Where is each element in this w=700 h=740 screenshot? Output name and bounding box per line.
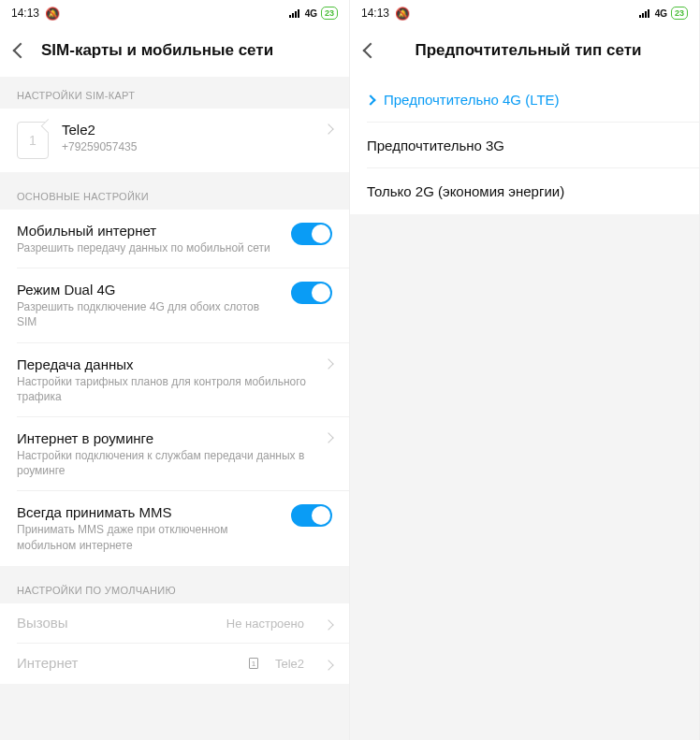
dual-4g-title: Режим Dual 4G — [17, 282, 278, 297]
dual-4g-toggle[interactable] — [291, 282, 332, 304]
network-option-4g[interactable]: Предпочтительно 4G (LTE) — [350, 77, 699, 123]
mobile-data-sub: Разрешить передачу данных по мобильной с… — [17, 240, 278, 255]
data-usage-row[interactable]: Передача данных Настройки тарифных плано… — [0, 343, 349, 417]
mobile-data-title: Мобильный интернет — [17, 223, 278, 239]
back-icon[interactable] — [363, 43, 379, 59]
battery-icon: 23 — [671, 7, 688, 20]
sim-slot-row[interactable]: 1 Tele2 +79259057435 — [0, 109, 349, 172]
page-header: Предпочтительный тип сети — [350, 26, 699, 77]
selected-chevron-icon — [365, 94, 375, 105]
status-time: 14:13 — [361, 7, 389, 20]
chevron-right-icon — [323, 358, 333, 369]
page-title: Предпочтительный тип сети — [391, 41, 684, 60]
default-internet-title: Интернет — [17, 655, 236, 671]
mms-toggle[interactable] — [291, 504, 332, 527]
mms-row[interactable]: Всегда принимать MMS Принимать MMS даже … — [0, 491, 349, 565]
screen-network-type: 14:13 🔕 4G 23 Предпочтительный тип сети … — [350, 0, 700, 740]
back-icon[interactable] — [13, 43, 29, 59]
chevron-right-icon — [323, 620, 333, 631]
network-option-label: Предпочтительно 4G (LTE) — [384, 92, 560, 108]
roaming-sub: Настройки подключения к службам передачи… — [17, 448, 312, 478]
network-option-3g[interactable]: Предпочтительно 3G — [350, 123, 699, 168]
sim-card-icon: 1 — [17, 122, 49, 159]
silent-icon: 🔕 — [395, 7, 410, 21]
chevron-right-icon — [323, 123, 333, 134]
network-option-label: Только 2G (экономия энергии) — [367, 183, 564, 199]
dual-4g-sub: Разрешить подключение 4G для обоих слото… — [17, 299, 278, 329]
sim-chip-icon: 1 — [249, 658, 258, 669]
battery-icon: 23 — [321, 7, 338, 20]
screen-sim-settings: 14:13 🔕 4G 23 SIM-карты и мобильные сети… — [0, 0, 350, 740]
page-header: SIM-карты и мобильные сети — [0, 26, 349, 77]
section-default-settings: НАСТРОЙКИ ПО УМОЛЧАНИЮ — [0, 572, 349, 603]
mms-title: Всегда принимать MMS — [17, 504, 278, 520]
roaming-title: Интернет в роуминге — [17, 430, 312, 446]
sim-slot-number: 1 — [29, 133, 36, 148]
data-usage-title: Передача данных — [17, 356, 312, 372]
settings-scroll[interactable]: НАСТРОЙКИ SIM-КАРТ 1 Tele2 +79259057435 … — [0, 77, 349, 740]
status-bar: 14:13 🔕 4G 23 — [0, 0, 349, 26]
dual-4g-row[interactable]: Режим Dual 4G Разрешить подключение 4G д… — [0, 268, 349, 342]
mms-sub: Принимать MMS даже при отключенном мобил… — [17, 522, 278, 552]
default-calls-row[interactable]: Вызовы Не настроено — [0, 603, 349, 644]
mobile-data-row[interactable]: Мобильный интернет Разрешить передачу да… — [0, 210, 349, 268]
network-option-label: Предпочтительно 3G — [367, 138, 504, 153]
network-option-2g[interactable]: Только 2G (экономия энергии) — [350, 168, 699, 214]
sim-carrier: Tele2 — [62, 122, 312, 138]
page-title: SIM-карты и мобильные сети — [41, 41, 334, 60]
mobile-data-toggle[interactable] — [291, 223, 332, 245]
data-usage-sub: Настройки тарифных планов для контроля м… — [17, 374, 312, 404]
section-sim-cards: НАСТРОЙКИ SIM-КАРТ — [0, 77, 349, 109]
default-calls-value: Не настроено — [226, 617, 304, 631]
roaming-row[interactable]: Интернет в роуминге Настройки подключени… — [0, 417, 349, 491]
chevron-right-icon — [323, 432, 333, 443]
options-scroll[interactable]: Предпочтительно 4G (LTE) Предпочтительно… — [350, 77, 699, 740]
signal-icon — [289, 9, 299, 18]
chevron-right-icon — [323, 660, 333, 671]
network-label: 4G — [305, 8, 317, 19]
default-internet-row[interactable]: Интернет 1 Tele2 — [0, 644, 349, 684]
signal-icon — [639, 9, 649, 18]
silent-icon: 🔕 — [45, 7, 60, 21]
default-calls-title: Вызовы — [17, 615, 213, 631]
default-internet-value: Tele2 — [275, 657, 304, 671]
section-main-settings: ОСНОВНЫЕ НАСТРОЙКИ — [0, 178, 349, 210]
status-bar: 14:13 🔕 4G 23 — [350, 0, 699, 26]
status-time: 14:13 — [11, 7, 39, 20]
network-label: 4G — [655, 8, 667, 19]
sim-number: +79259057435 — [62, 139, 312, 154]
